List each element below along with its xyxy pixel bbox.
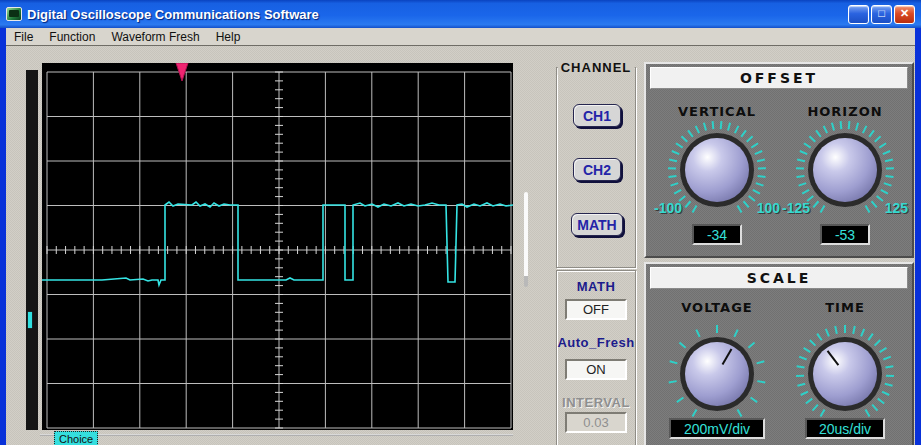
channel-group-title: CHANNEL [558, 60, 635, 75]
offset-panel-title: OFFSET [650, 67, 908, 89]
vertical-min-label: -100 [654, 200, 682, 216]
app-icon [6, 7, 22, 21]
minimize-icon: _ [855, 13, 861, 24]
time-scale-label: TIME [780, 300, 910, 315]
horizon-offset-value: -53 [820, 224, 870, 245]
vertical-offset-label: VERTICAL [652, 104, 782, 119]
math-button[interactable]: MATH [571, 213, 623, 236]
autofresh-label: Auto_Fresh [557, 335, 635, 350]
voltage-scale-value: 200mV/div [669, 418, 765, 439]
client-area: Choice CHANNEL CH1 CH2 MATH MATH OFF Aut… [6, 46, 915, 445]
math-toggle[interactable]: OFF [565, 299, 627, 320]
time-scale-knob[interactable] [793, 322, 897, 426]
interval-input: 0.03 [565, 412, 627, 433]
menu-bar: File Function Waveform Fresh Help [6, 28, 915, 46]
channel-marker-bar [26, 70, 38, 430]
title-bar: Digital Oscilloscope Communications Soft… [0, 0, 921, 28]
close-icon: ✕ [900, 8, 909, 19]
waveform-plot [42, 63, 513, 430]
ch2-button[interactable]: CH2 [573, 158, 621, 181]
horizon-offset-label: HORIZON [780, 104, 910, 119]
menu-help[interactable]: Help [208, 29, 249, 45]
interval-label: INTERVAL [557, 395, 635, 410]
window-title: Digital Oscilloscope Communications Soft… [27, 7, 848, 22]
maximize-button[interactable]: □ [871, 5, 892, 24]
horizon-min-label: -125 [782, 200, 810, 216]
voltage-scale-label: VOLTAGE [652, 300, 782, 315]
autofresh-toggle[interactable]: ON [565, 359, 627, 380]
channel-group: CHANNEL CH1 CH2 MATH [556, 67, 636, 268]
app-window: Digital Oscilloscope Communications Soft… [0, 0, 921, 445]
offset-panel: OFFSET VERTICAL -100 100 -34 HORIZON -12… [644, 62, 914, 258]
menu-function[interactable]: Function [41, 29, 103, 45]
menu-file[interactable]: File [6, 29, 41, 45]
screen-underline [40, 434, 513, 436]
maximize-icon: □ [878, 8, 885, 19]
scope-screen [42, 63, 513, 430]
ch1-button[interactable]: CH1 [573, 104, 621, 127]
vertical-max-label: 100 [757, 200, 780, 216]
vertical-offset-value: -34 [692, 224, 742, 245]
ch1-level-marker[interactable] [28, 312, 32, 328]
vertical-scrollbar-thumb[interactable] [524, 192, 528, 287]
scale-panel-title: SCALE [650, 267, 908, 289]
voltage-scale-knob[interactable] [665, 322, 769, 426]
close-button[interactable]: ✕ [894, 5, 915, 24]
math-label: MATH [557, 279, 635, 294]
time-scale-value: 20us/div [805, 418, 885, 439]
minimize-button[interactable]: _ [848, 5, 869, 24]
horizon-max-label: 125 [885, 200, 908, 216]
controls-group: MATH OFF Auto_Fresh ON INTERVAL 0.03 [556, 270, 636, 445]
menu-waveform-fresh[interactable]: Waveform Fresh [103, 29, 207, 45]
scale-panel: SCALE VOLTAGE 200mV/div TIME 20us/div [644, 262, 914, 445]
choice-button[interactable]: Choice [54, 431, 98, 445]
